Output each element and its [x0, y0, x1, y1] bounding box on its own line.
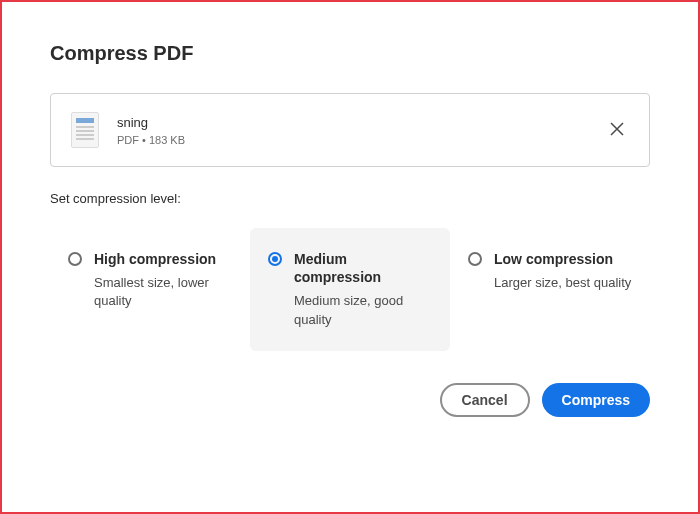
option-desc: Smallest size, lower quality: [94, 274, 232, 310]
file-card: sning PDF • 183 KB: [50, 93, 650, 167]
radio-icon: [468, 252, 482, 266]
option-text: High compression Smallest size, lower qu…: [94, 250, 232, 311]
dialog-title: Compress PDF: [50, 42, 650, 65]
radio-icon: [68, 252, 82, 266]
cancel-button[interactable]: Cancel: [440, 383, 530, 417]
option-medium-compression[interactable]: Medium compression Medium size, good qua…: [250, 228, 450, 351]
file-name: sning: [117, 115, 587, 130]
option-title: Low compression: [494, 250, 632, 268]
option-high-compression[interactable]: High compression Smallest size, lower qu…: [50, 228, 250, 351]
option-title: High compression: [94, 250, 232, 268]
option-desc: Medium size, good quality: [294, 292, 432, 328]
compress-pdf-dialog: Compress PDF sning PDF • 183 KB Set comp…: [2, 2, 698, 441]
close-icon: [610, 120, 624, 141]
file-meta: PDF • 183 KB: [117, 134, 587, 146]
compression-options: High compression Smallest size, lower qu…: [50, 228, 650, 351]
remove-file-button[interactable]: [605, 118, 629, 142]
option-low-compression[interactable]: Low compression Larger size, best qualit…: [450, 228, 650, 351]
option-title: Medium compression: [294, 250, 432, 286]
option-text: Low compression Larger size, best qualit…: [494, 250, 632, 292]
dialog-buttons: Cancel Compress: [50, 383, 650, 417]
compress-button[interactable]: Compress: [542, 383, 650, 417]
file-pdf-icon: [71, 112, 99, 148]
option-desc: Larger size, best quality: [494, 274, 632, 292]
radio-icon: [268, 252, 282, 266]
section-label: Set compression level:: [50, 191, 650, 206]
option-text: Medium compression Medium size, good qua…: [294, 250, 432, 329]
file-info: sning PDF • 183 KB: [117, 115, 587, 146]
